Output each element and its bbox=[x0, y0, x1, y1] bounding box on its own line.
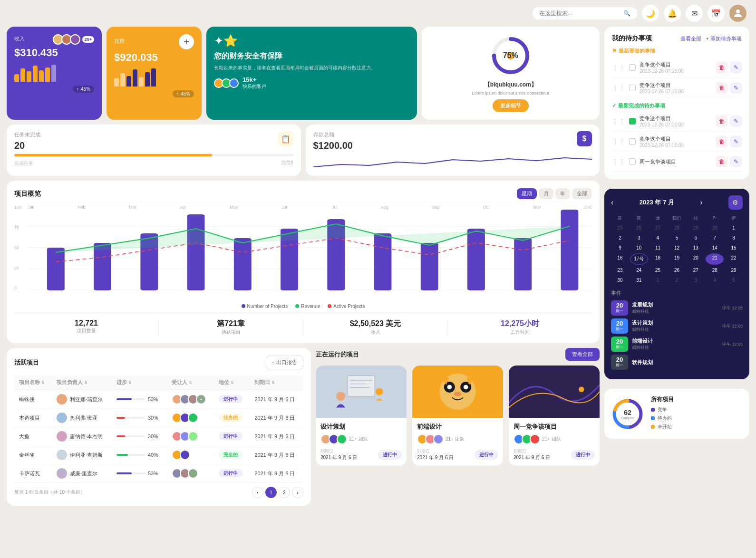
tab-year[interactable]: 年 bbox=[555, 188, 570, 199]
cal-day-30p[interactable]: 30 bbox=[706, 223, 724, 232]
cal-day-7[interactable]: 7 bbox=[706, 233, 724, 242]
drag-icon-2[interactable]: ⋮⋮ bbox=[612, 84, 625, 92]
tab-group[interactable]: 星期 月 年 全部 bbox=[517, 188, 592, 199]
cal-day-27[interactable]: 27 bbox=[687, 266, 705, 275]
search-box[interactable]: 🔍 bbox=[533, 7, 637, 19]
tab-all[interactable]: 全部 bbox=[572, 188, 592, 199]
delete-todo-2[interactable]: 🗑 bbox=[716, 82, 727, 94]
cal-settings-btn[interactable]: ⚙ bbox=[728, 195, 743, 210]
prev-page-btn[interactable]: ‹ bbox=[252, 487, 263, 498]
cal-day-6[interactable]: 6 bbox=[687, 233, 705, 242]
tab-week[interactable]: 星期 bbox=[517, 188, 537, 199]
checkbox-2[interactable] bbox=[629, 85, 636, 91]
edit-todo-1[interactable]: ✎ bbox=[730, 62, 742, 73]
cal-day-21-today[interactable]: 21 bbox=[706, 253, 724, 265]
edit-todo-4[interactable]: ✎ bbox=[730, 156, 742, 167]
cal-day-25[interactable]: 25 bbox=[649, 266, 667, 275]
delete-todo-3[interactable]: 🗑 bbox=[716, 136, 727, 147]
delete-todo-1[interactable]: 🗑 bbox=[716, 62, 727, 73]
svg-point-34 bbox=[454, 392, 461, 396]
cal-day-10[interactable]: 10 bbox=[630, 243, 648, 252]
cal-day-header-su: 苏 bbox=[611, 214, 629, 222]
cal-day-8[interactable]: 8 bbox=[725, 233, 743, 242]
cal-day-3[interactable]: 3 bbox=[630, 233, 648, 242]
search-input[interactable] bbox=[539, 10, 620, 17]
cal-day-14[interactable]: 14 bbox=[706, 243, 724, 252]
tasks-card: 任务未完成 20 📋 完成任务 20/28 bbox=[7, 125, 301, 176]
cal-prev-btn[interactable]: ‹ bbox=[611, 198, 613, 207]
cal-day-5n[interactable]: 5 bbox=[725, 276, 743, 285]
checkbox-1[interactable] bbox=[629, 64, 636, 71]
cal-day-26[interactable]: 26 bbox=[668, 266, 686, 275]
todo-actions[interactable]: 查看全部 + 添加待办事项 bbox=[680, 35, 742, 42]
cal-day-3n[interactable]: 3 bbox=[687, 276, 705, 285]
cal-day-27p[interactable]: 27 bbox=[649, 223, 667, 232]
edit-todo-done[interactable]: ✎ bbox=[730, 115, 742, 127]
view-all-btn[interactable]: 查看全部 bbox=[565, 348, 600, 361]
mail-icon-btn[interactable]: ✉ bbox=[686, 5, 703, 22]
cal-day-16[interactable]: 16 bbox=[611, 253, 629, 265]
cal-day-1n[interactable]: 1 bbox=[649, 276, 667, 285]
cal-day-22[interactable]: 22 bbox=[725, 253, 743, 265]
drag-icon-4[interactable]: ⋮⋮ bbox=[612, 158, 625, 165]
cal-day-2n[interactable]: 2 bbox=[668, 276, 686, 285]
add-todo-link[interactable]: + 添加待办事项 bbox=[706, 35, 742, 42]
cal-day-29[interactable]: 29 bbox=[725, 266, 743, 275]
cal-day-17[interactable]: 17号 bbox=[630, 253, 648, 265]
expenses-add-btn[interactable]: + bbox=[179, 34, 194, 49]
cal-day-23[interactable]: 23 bbox=[611, 266, 629, 275]
cal-day-9[interactable]: 9 bbox=[611, 243, 629, 252]
see-all-link[interactable]: 查看全部 bbox=[680, 35, 701, 42]
cal-day-20[interactable]: 20 bbox=[687, 253, 705, 265]
delete-todo-done[interactable]: 🗑 bbox=[716, 115, 727, 127]
status-3: 进行中 bbox=[214, 427, 250, 446]
cal-day-2[interactable]: 2 bbox=[611, 233, 629, 242]
page-1-btn[interactable]: 1 bbox=[265, 487, 277, 498]
cal-day-19[interactable]: 19 bbox=[668, 253, 686, 265]
next-page-btn[interactable]: › bbox=[292, 487, 303, 498]
cal-day-13[interactable]: 13 bbox=[687, 243, 705, 252]
edit-todo-2[interactable]: ✎ bbox=[730, 82, 742, 94]
project-footer-3: 到期日 2021 年 9 月 6 日 进行中 bbox=[514, 448, 595, 461]
cal-day-4n[interactable]: 4 bbox=[706, 276, 724, 285]
tab-month[interactable]: 月 bbox=[539, 188, 553, 199]
more-details-btn[interactable]: 更多细节 bbox=[493, 99, 529, 112]
cal-day-4[interactable]: 4 bbox=[649, 233, 667, 242]
cal-next-btn[interactable]: › bbox=[700, 198, 702, 207]
cal-day-25p[interactable]: 25 bbox=[611, 223, 629, 232]
cal-day-30[interactable]: 30 bbox=[611, 276, 629, 285]
checkbox-3[interactable] bbox=[629, 138, 636, 145]
cal-day-28[interactable]: 28 bbox=[706, 266, 724, 275]
edit-todo-3[interactable]: ✎ bbox=[730, 136, 742, 147]
cal-day-24[interactable]: 24 bbox=[630, 266, 648, 275]
drag-icon-done[interactable]: ⋮⋮ bbox=[612, 117, 625, 125]
export-btn[interactable]: ↑ 出口报告 bbox=[266, 356, 304, 369]
moon-icon-btn[interactable]: 🌙 bbox=[642, 5, 659, 22]
cal-day-29p[interactable]: 29 bbox=[687, 223, 705, 232]
cal-day-5[interactable]: 5 bbox=[668, 233, 686, 242]
event-time-3: 中午 12:05 bbox=[722, 341, 743, 347]
user-avatar[interactable] bbox=[729, 5, 746, 22]
cal-day-15[interactable]: 15 bbox=[725, 243, 743, 252]
cal-day-12[interactable]: 12 bbox=[668, 243, 686, 252]
checkbox-done[interactable] bbox=[629, 118, 636, 125]
event-item-1: 20 周一 发展规划 威特科技 中午 12:05 bbox=[611, 300, 743, 316]
drag-icon-3[interactable]: ⋮⋮ bbox=[612, 138, 625, 145]
cal-day-18[interactable]: 18 bbox=[649, 253, 667, 265]
cal-day-26p[interactable]: 26 bbox=[630, 223, 648, 232]
project-name-5: 卡萨诺瓦 bbox=[14, 464, 52, 483]
event-info-4: 软件规划 bbox=[632, 359, 743, 366]
table-head: 项目名称 ⇅ 项目负责人 ⇅ 进步 ⇅ 受让人 ⇅ 地位 ⇅ 到期日 ⇅ bbox=[14, 375, 303, 390]
event-sub-1: 威特科技 bbox=[632, 308, 718, 315]
drag-icon-1[interactable]: ⋮⋮ bbox=[612, 64, 625, 71]
cal-day-11[interactable]: 11 bbox=[649, 243, 667, 252]
page-2-btn[interactable]: 2 bbox=[279, 487, 290, 498]
calendar-icon-btn[interactable]: 📅 bbox=[708, 5, 725, 22]
delete-todo-4[interactable]: 🗑 bbox=[716, 156, 727, 167]
cal-day-31[interactable]: 31 bbox=[630, 276, 648, 285]
checkbox-4[interactable] bbox=[629, 158, 636, 165]
bell-icon-btn[interactable]: 🔔 bbox=[664, 5, 681, 22]
cal-day-28p[interactable]: 28 bbox=[668, 223, 686, 232]
cal-day-1[interactable]: 1 bbox=[725, 223, 743, 232]
page-buttons[interactable]: ‹ 1 2 › bbox=[252, 487, 303, 498]
